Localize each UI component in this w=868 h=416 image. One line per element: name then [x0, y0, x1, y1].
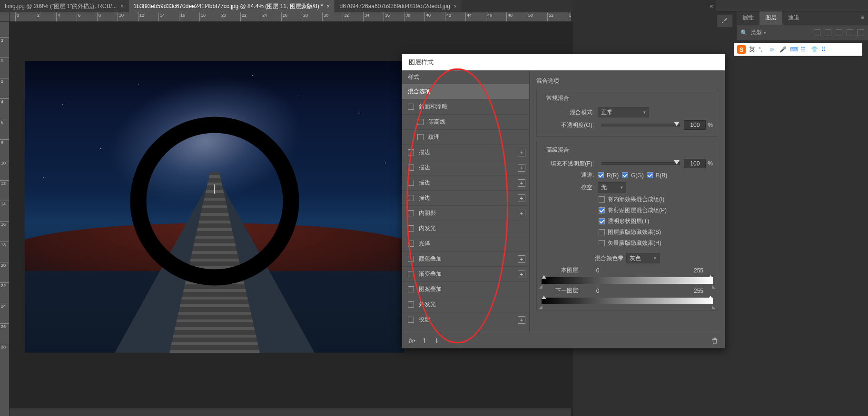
vector-mask-hides-checkbox[interactable]: [599, 240, 605, 246]
style-label: 描边: [419, 179, 430, 187]
tab-layers[interactable]: 图层: [760, 11, 782, 25]
this-layer-gradient[interactable]: ◢◣: [542, 277, 713, 284]
transparency-shapes-checkbox[interactable]: [599, 218, 605, 224]
tab-channels[interactable]: 通道: [782, 11, 805, 25]
style-checkbox[interactable]: [408, 317, 414, 323]
knockout-select[interactable]: 无▾: [598, 182, 626, 193]
style-row[interactable]: 颜色叠加+: [402, 251, 529, 266]
ime-settings-icon[interactable]: ⠿: [821, 46, 829, 53]
style-checkbox[interactable]: [408, 225, 414, 232]
style-row[interactable]: 描边+: [402, 190, 529, 205]
style-row[interactable]: 内阴影+: [402, 205, 529, 221]
panel-dock: 属性 图层 通道 ≡ 🔍 类型 ▾: [716, 0, 868, 416]
opacity-slider[interactable]: [602, 124, 680, 126]
style-checkbox[interactable]: [417, 119, 424, 125]
style-checkbox[interactable]: [408, 164, 414, 171]
add-effect-icon[interactable]: +: [518, 255, 525, 263]
style-checkbox[interactable]: [408, 195, 414, 201]
close-icon[interactable]: ×: [120, 4, 123, 9]
close-icon[interactable]: ×: [454, 4, 457, 9]
dialog-title-bar[interactable]: 图层样式: [402, 54, 725, 70]
arrow-up-icon[interactable]: 🠕: [420, 337, 429, 345]
ime-voice-icon[interactable]: 🎤: [779, 46, 787, 53]
channel-r-checkbox[interactable]: [598, 172, 604, 178]
fill-opacity-slider[interactable]: [602, 162, 680, 165]
style-checkbox[interactable]: [408, 271, 414, 277]
filter-smart-icon[interactable]: [858, 29, 864, 36]
ime-lang-label[interactable]: 英: [749, 45, 755, 54]
ime-toolbar[interactable]: S 英 °, ☺ 🎤 ⌨ ☷ 👕 ⠿: [734, 43, 862, 56]
blend-interior-checkbox[interactable]: [599, 196, 605, 203]
style-checkbox[interactable]: [417, 134, 424, 140]
document-tab[interactable]: 1b3f93eb59d33c670dee241f4bbf77cc.jpg @ 8…: [128, 0, 335, 12]
style-checkbox[interactable]: [408, 301, 414, 308]
collapse-panels-icon[interactable]: «: [710, 3, 713, 10]
ime-keyboard-icon[interactable]: ⌨: [790, 46, 797, 53]
fx-icon[interactable]: fx▾: [408, 337, 416, 345]
style-checkbox[interactable]: [408, 256, 414, 262]
style-row[interactable]: 图案叠加: [402, 281, 529, 297]
ime-tool-icon[interactable]: ☷: [800, 46, 808, 53]
ruler-vertical[interactable]: 20246810121416182022242628: [0, 22, 10, 416]
blend-mode-select[interactable]: 正常▾: [598, 107, 649, 117]
add-effect-icon[interactable]: +: [518, 210, 525, 217]
underlying-layer-gradient[interactable]: ◢◣: [542, 298, 713, 304]
tab-properties[interactable]: 属性: [737, 11, 760, 25]
channel-b-checkbox[interactable]: [647, 172, 653, 178]
style-row[interactable]: 光泽: [402, 236, 529, 251]
arrow-down-icon[interactable]: 🠗: [433, 337, 441, 345]
style-row[interactable]: 混合选项: [402, 84, 529, 99]
panel-menu-icon[interactable]: ≡: [857, 11, 868, 25]
add-effect-icon[interactable]: +: [518, 194, 525, 202]
style-checkbox[interactable]: [408, 241, 414, 247]
style-checkbox[interactable]: [408, 104, 414, 110]
style-row[interactable]: 纹理: [402, 129, 529, 145]
opacity-input[interactable]: 100: [684, 120, 706, 130]
style-row[interactable]: 渐变叠加+: [402, 266, 529, 281]
style-label: 图案叠加: [419, 285, 442, 293]
style-checkbox[interactable]: [408, 180, 414, 186]
add-effect-icon[interactable]: +: [518, 271, 525, 278]
brush-panel-icon[interactable]: [717, 14, 733, 28]
add-effect-icon[interactable]: +: [518, 179, 525, 187]
style-row[interactable]: 描边+: [402, 160, 529, 175]
add-effect-icon[interactable]: +: [518, 316, 525, 324]
ruler-origin[interactable]: [0, 12, 10, 22]
filter-shape-icon[interactable]: [847, 29, 853, 36]
add-effect-icon[interactable]: +: [518, 164, 525, 172]
scrollbar-horizontal[interactable]: [10, 408, 571, 416]
blend-clipped-checkbox[interactable]: [599, 207, 605, 213]
close-icon[interactable]: ×: [327, 4, 330, 9]
ime-skin-icon[interactable]: 👕: [811, 46, 818, 53]
blend-if-select[interactable]: 灰色▾: [626, 253, 660, 263]
filter-adjustment-icon[interactable]: [825, 29, 831, 36]
style-row[interactable]: 斜面和浮雕: [402, 99, 529, 114]
document-tab[interactable]: timg.jpg @ 209% ("图层 1"的外描边, RGB/...×: [0, 0, 128, 12]
style-row[interactable]: 投影+: [402, 312, 529, 327]
style-row[interactable]: 外发光: [402, 297, 529, 312]
add-effect-icon[interactable]: +: [518, 149, 525, 156]
ime-punct-icon[interactable]: °,: [759, 46, 766, 53]
filter-pixel-icon[interactable]: [814, 29, 820, 36]
style-row[interactable]: 描边+: [402, 145, 529, 160]
style-checkbox[interactable]: [408, 286, 414, 292]
style-row[interactable]: 内发光: [402, 221, 529, 236]
layer-mask-hides-checkbox[interactable]: [599, 229, 605, 235]
section-title: 混合选项: [536, 77, 718, 85]
style-label: 描边: [419, 164, 430, 172]
document-canvas[interactable]: [25, 61, 404, 353]
ruler-horizontal[interactable]: 0246810121416182022242628303234363840424…: [10, 12, 571, 22]
style-row[interactable]: 等高线: [402, 114, 529, 129]
sogou-logo-icon[interactable]: S: [737, 45, 746, 54]
filter-kind-select[interactable]: 类型: [750, 29, 762, 37]
filter-type-icon[interactable]: [836, 29, 842, 36]
ime-emoji-icon[interactable]: ☺: [769, 46, 776, 53]
channel-g-checkbox[interactable]: [622, 172, 628, 178]
this-layer-label: 本图层:: [542, 266, 580, 274]
style-checkbox[interactable]: [408, 149, 414, 155]
style-row[interactable]: 描边+: [402, 175, 529, 190]
fill-opacity-input[interactable]: 100: [684, 159, 706, 168]
search-icon[interactable]: 🔍: [740, 29, 748, 36]
document-tab[interactable]: d67094726aa607b9269dd4819c72dedd.jpg×: [335, 0, 462, 12]
style-checkbox[interactable]: [408, 210, 414, 216]
